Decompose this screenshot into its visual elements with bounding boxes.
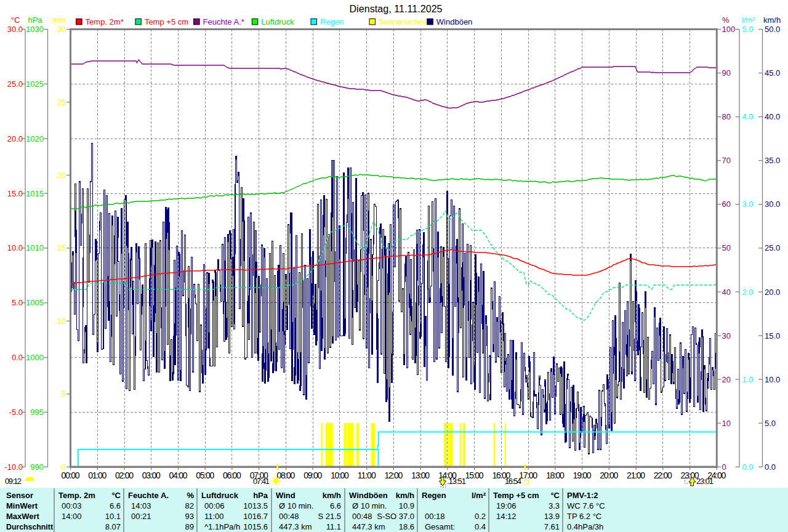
svg-text:25.0: 25.0 bbox=[765, 243, 780, 252]
svg-text:3.3: 3.3 bbox=[549, 501, 560, 510]
svg-text:18:00: 18:00 bbox=[546, 470, 565, 480]
svg-text:30: 30 bbox=[722, 331, 731, 341]
svg-text:16:54: 16:54 bbox=[505, 477, 521, 486]
svg-text:Temp. 2m: Temp. 2m bbox=[58, 491, 95, 500]
svg-text:35.0: 35.0 bbox=[765, 156, 780, 165]
svg-text:60: 60 bbox=[722, 200, 731, 209]
svg-text:hPa: hPa bbox=[28, 15, 42, 25]
svg-text:km/h: km/h bbox=[763, 15, 781, 25]
svg-text:20: 20 bbox=[722, 375, 731, 384]
svg-text:Regen: Regen bbox=[422, 491, 446, 500]
svg-text:15:00: 15:00 bbox=[465, 470, 484, 480]
svg-text:0.2: 0.2 bbox=[475, 512, 486, 521]
svg-text:1030: 1030 bbox=[26, 25, 44, 34]
svg-text:18.6: 18.6 bbox=[399, 522, 414, 531]
svg-text:1000: 1000 bbox=[26, 353, 44, 362]
svg-text:hPa: hPa bbox=[253, 491, 268, 500]
svg-text:23:01: 23:01 bbox=[696, 477, 714, 486]
svg-text:25: 25 bbox=[57, 98, 66, 107]
svg-text:km/h: km/h bbox=[396, 491, 414, 500]
svg-text:1015.6: 1015.6 bbox=[243, 522, 268, 531]
svg-text:00:48: 00:48 bbox=[352, 512, 372, 521]
svg-text:82: 82 bbox=[185, 501, 194, 510]
svg-text:°C: °C bbox=[550, 491, 560, 500]
svg-text:5.0: 5.0 bbox=[765, 419, 776, 428]
svg-text:00:00: 00:00 bbox=[62, 470, 80, 480]
svg-text:70: 70 bbox=[722, 156, 731, 165]
svg-text:01:00: 01:00 bbox=[88, 470, 107, 480]
svg-text:°C: °C bbox=[11, 15, 20, 25]
svg-text:10.9: 10.9 bbox=[399, 501, 414, 510]
svg-text:447.3 km: 447.3 km bbox=[352, 522, 385, 531]
svg-text:80: 80 bbox=[722, 112, 731, 121]
svg-text:30.0: 30.0 bbox=[765, 200, 780, 209]
svg-text:05:00: 05:00 bbox=[196, 470, 214, 480]
svg-text:WC 7.6 °C: WC 7.6 °C bbox=[567, 501, 605, 510]
svg-text:10:00: 10:00 bbox=[331, 470, 349, 480]
svg-text:5.0: 5.0 bbox=[742, 25, 754, 34]
svg-text:447.3 km: 447.3 km bbox=[279, 522, 312, 531]
svg-text:11:00: 11:00 bbox=[204, 512, 224, 521]
svg-text:20: 20 bbox=[57, 171, 66, 180]
svg-text:Feuchte A.: Feuchte A. bbox=[128, 491, 169, 500]
svg-text:21:00: 21:00 bbox=[627, 470, 645, 480]
svg-text:.13:51: .13:51 bbox=[447, 477, 466, 486]
svg-text:1025: 1025 bbox=[26, 79, 44, 89]
svg-text:14:03: 14:03 bbox=[131, 501, 151, 510]
svg-text:Wind: Wind bbox=[276, 491, 296, 500]
svg-text:93: 93 bbox=[185, 512, 194, 521]
svg-text:15.0: 15.0 bbox=[7, 189, 23, 198]
svg-text:20:00: 20:00 bbox=[600, 470, 618, 480]
svg-text:30: 30 bbox=[57, 25, 66, 34]
svg-text:100: 100 bbox=[722, 25, 736, 34]
svg-text:2.0: 2.0 bbox=[742, 288, 754, 297]
svg-text:0.0: 0.0 bbox=[742, 462, 754, 472]
svg-text:5.0: 5.0 bbox=[12, 298, 23, 307]
svg-text:40.0: 40.0 bbox=[765, 112, 780, 121]
svg-text:Luftdruck: Luftdruck bbox=[201, 491, 239, 500]
svg-text:1.0: 1.0 bbox=[742, 375, 754, 384]
svg-text:19:06: 19:06 bbox=[496, 501, 517, 510]
svg-text:Windböen: Windböen bbox=[349, 491, 388, 500]
svg-text:00:06: 00:06 bbox=[204, 501, 225, 510]
svg-text:00:18: 00:18 bbox=[425, 512, 445, 521]
svg-text:13:00: 13:00 bbox=[411, 470, 430, 480]
svg-text:TP 6.2 °C: TP 6.2 °C bbox=[567, 512, 601, 521]
svg-text:0.0: 0.0 bbox=[765, 462, 776, 472]
svg-text:09:12: 09:12 bbox=[5, 477, 22, 486]
svg-text:07:41: 07:41 bbox=[253, 477, 270, 486]
svg-text:10: 10 bbox=[722, 419, 731, 428]
svg-text:1016.7: 1016.7 bbox=[243, 512, 268, 521]
svg-text:1010: 1010 bbox=[26, 243, 44, 252]
svg-text:15.0: 15.0 bbox=[765, 331, 780, 341]
svg-text:995: 995 bbox=[30, 408, 44, 417]
svg-text:Luftdruck: Luftdruck bbox=[261, 17, 294, 26]
svg-text:Temp +5 cm: Temp +5 cm bbox=[145, 17, 188, 26]
svg-text:25.0: 25.0 bbox=[7, 79, 23, 89]
svg-text:l/m²: l/m² bbox=[742, 15, 755, 25]
svg-text:4.0: 4.0 bbox=[742, 112, 754, 121]
svg-text:11.1: 11.1 bbox=[326, 522, 341, 531]
svg-text:22:00: 22:00 bbox=[654, 470, 672, 480]
svg-text:04:00: 04:00 bbox=[169, 470, 188, 480]
svg-text:l/m²: l/m² bbox=[472, 491, 486, 500]
svg-text:15: 15 bbox=[57, 243, 66, 252]
svg-text:Durchschnitt: Durchschnitt bbox=[6, 522, 54, 531]
svg-text:00:03: 00:03 bbox=[62, 501, 82, 510]
svg-text:Ø 10 min.: Ø 10 min. bbox=[279, 501, 313, 510]
svg-text:06:00: 06:00 bbox=[223, 470, 241, 480]
svg-text:20.0: 20.0 bbox=[765, 288, 780, 297]
svg-text:8.07: 8.07 bbox=[105, 522, 121, 531]
svg-text:Sonnenschein: Sonnenschein bbox=[379, 17, 429, 26]
svg-text:13.9: 13.9 bbox=[544, 512, 560, 521]
svg-text:40: 40 bbox=[722, 288, 731, 297]
svg-text:Temp. 2m*: Temp. 2m* bbox=[86, 17, 124, 26]
svg-text:10.0: 10.0 bbox=[7, 243, 23, 252]
svg-text:3.0: 3.0 bbox=[742, 200, 754, 209]
svg-text:1013.5: 1013.5 bbox=[243, 501, 268, 510]
svg-text:0.0: 0.0 bbox=[12, 353, 23, 362]
svg-text:PMV-1:2: PMV-1:2 bbox=[567, 491, 598, 500]
svg-text:1015: 1015 bbox=[26, 189, 44, 198]
svg-text:00:21: 00:21 bbox=[131, 512, 151, 521]
svg-text:90: 90 bbox=[722, 68, 731, 78]
